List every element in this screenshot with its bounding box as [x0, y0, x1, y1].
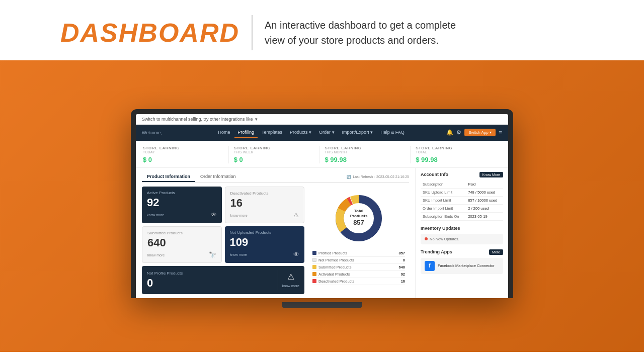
deactivated-products-know-more[interactable]: know more: [230, 214, 248, 217]
legend-dot-activated: [312, 272, 316, 276]
earning-period-0: TODAY: [143, 150, 223, 154]
warning-icon: ⚠: [293, 212, 299, 219]
tab-order-information[interactable]: Order Information: [195, 172, 241, 182]
nav-right: 🔔 ⚙ Switch App ▾ ≡: [446, 129, 502, 136]
earning-value-3: $ 99.98: [416, 156, 496, 163]
products-grid: Active Products 92 know more 👁: [142, 187, 304, 263]
eye-icon-2: 👁: [293, 251, 299, 258]
not-profile-products-card: Not Profile Products 0 ⚠ know more: [142, 266, 304, 294]
subscription-ends-value: 2023-05-19: [466, 212, 503, 220]
table-row: SKU Import Limit 857 / 10000 used: [421, 196, 503, 204]
hero-subtitle: An interactive dashboard to get a comple…: [265, 18, 476, 48]
subscription-value: Paid: [466, 180, 503, 189]
nav-order[interactable]: Order ▾: [315, 128, 338, 138]
not-profile-right: ⚠ know more: [282, 272, 299, 288]
refresh-info: 🔄 Last Refresh : 2023-05-02 21:16:25: [347, 175, 409, 179]
earning-week: STORE EARNING THIS WEEK $ 0: [229, 146, 320, 163]
earning-value-1: $ 0: [234, 156, 314, 163]
legend-dot-deactivated: [312, 279, 316, 283]
hamburger-icon[interactable]: ≡: [499, 129, 502, 136]
earning-period-1: THIS WEEK: [234, 150, 314, 154]
warning-icon-large: ⚠: [282, 272, 299, 282]
refresh-label: Last Refresh :: [353, 175, 375, 178]
main-section: Product Information Order Information 🔄 …: [136, 168, 415, 299]
more-button[interactable]: More: [489, 249, 503, 255]
legend-deactivated: Deactivated Products 16: [312, 278, 405, 285]
submitted-products-footer: know more 🔭: [147, 251, 216, 258]
submitted-products-card: Submitted Products 640 know more 🔭: [142, 226, 222, 263]
legend-dot-profiled: [312, 251, 316, 255]
gear-icon[interactable]: ⚙: [456, 129, 461, 136]
deactivated-products-footer: know more ⚠: [230, 212, 299, 219]
bell-icon[interactable]: 🔔: [446, 129, 453, 136]
submitted-products-label: Submitted Products: [147, 231, 216, 235]
account-info-section: Account Info Know More Subscription Paid: [421, 172, 503, 221]
binoculars-icon: 🔭: [209, 251, 216, 258]
inventory-title: Inventory Updates: [421, 226, 460, 231]
active-products-card: Active Products 92 know more 👁: [142, 187, 222, 223]
legend-activated: Activated Products 92: [312, 271, 405, 278]
inventory-header: Inventory Updates: [421, 226, 503, 231]
nav-home[interactable]: Home: [215, 128, 234, 138]
account-info-table: Subscription Paid SKU Upload Limit 748 /…: [421, 180, 503, 221]
nav-products[interactable]: Products ▾: [286, 128, 315, 138]
legend-dot-not-profiled: [312, 258, 316, 262]
hero-section: DASHBOARD An interactive dashboard to ge…: [0, 0, 644, 60]
earning-month: STORE EARNING THIS MONTH $ 99.98: [320, 146, 411, 163]
not-uploaded-products-card: Not Uploaded Products 109 know more 👁: [225, 226, 305, 263]
nav-templates[interactable]: Templates: [258, 128, 286, 138]
table-row: Subscription Ends On 2023-05-19: [421, 212, 503, 220]
earnings-row: STORE EARNING TODAY $ 0 STORE EARNING TH…: [136, 141, 508, 168]
earning-label-3: STORE EARNING: [416, 146, 496, 150]
not-profile-value: 0: [147, 277, 274, 290]
eye-icon: 👁: [211, 211, 217, 218]
subscription-ends-label: Subscription Ends On: [421, 212, 466, 220]
legend-label-activated: Activated Products: [318, 272, 399, 277]
earning-value-0: $ 0: [143, 156, 223, 163]
switch-app-button[interactable]: Switch App ▾: [464, 129, 496, 136]
sku-import-value: 857 / 10000 used: [466, 196, 503, 204]
donut-total: 857: [345, 219, 373, 228]
nav-welcome: Welcome,: [142, 130, 172, 135]
trending-apps-section: Trending Apps More f Facebook Marketplac…: [421, 249, 503, 274]
active-products-footer: know more 👁: [147, 211, 217, 218]
active-products-know-more[interactable]: know more: [147, 213, 164, 217]
earning-today: STORE EARNING TODAY $ 0: [143, 146, 229, 163]
legend-value-activated: 92: [401, 272, 405, 277]
legend-submitted: Submitted Products 640: [312, 264, 405, 271]
submitted-products-know-more[interactable]: know more: [147, 253, 165, 257]
laptop-frame: Switch to multichannel selling, try othe…: [131, 109, 513, 299]
not-uploaded-label: Not Uploaded Products: [230, 230, 300, 235]
nav-help[interactable]: Help & FAQ: [377, 128, 408, 138]
legend-label-not-profiled: Not Profiled Products: [318, 258, 401, 262]
notification-bar[interactable]: Switch to multichannel selling, try othe…: [136, 114, 508, 125]
content-area: Product Information Order Information 🔄 …: [136, 168, 508, 299]
refresh-icon: 🔄: [347, 175, 351, 179]
subscription-label: Subscription: [421, 180, 466, 189]
legend-dot-submitted: [312, 265, 316, 269]
inventory-message: No New Updates.: [430, 237, 459, 241]
not-profile-left: Not Profile Products 0: [147, 271, 274, 290]
legend-label-deactivated: Deactivated Products: [318, 279, 399, 284]
not-uploaded-footer: know more 👁: [230, 251, 300, 258]
nav-import-export[interactable]: Import/Export ▾: [339, 128, 377, 138]
not-profile-know-more[interactable]: know more: [282, 284, 299, 288]
tab-product-information[interactable]: Product Information: [142, 172, 195, 182]
active-products-value: 92: [147, 196, 217, 209]
nav-profiling[interactable]: Profiling: [234, 128, 258, 138]
legend-value-profiled: 857: [398, 251, 405, 255]
earning-period-2: THIS MONTH: [325, 150, 406, 154]
not-uploaded-know-more[interactable]: know more: [230, 253, 247, 256]
full-card-divider: [278, 270, 278, 290]
earning-label-1: STORE EARNING: [234, 146, 314, 150]
refresh-time: 2023-05-02 21:16:25: [376, 175, 409, 178]
table-row: Subscription Paid: [421, 180, 503, 189]
earning-period-3: TOTAL: [416, 150, 496, 154]
legend-label-submitted: Submitted Products: [318, 265, 396, 269]
account-info-title: Account Info: [421, 172, 448, 177]
dashboard: Switch to multichannel selling, try othe…: [136, 114, 508, 299]
legend-label-profiled: Profiled Products: [318, 251, 396, 255]
app-item-facebook[interactable]: f Facebook Marketplace Connector: [425, 261, 499, 271]
laptop-screen: Switch to multichannel selling, try othe…: [136, 114, 508, 299]
know-more-button[interactable]: Know More: [479, 172, 503, 177]
